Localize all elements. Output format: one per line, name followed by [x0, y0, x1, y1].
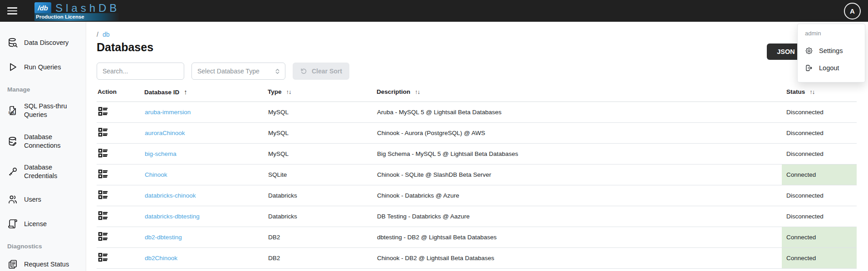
user-avatar[interactable]: A [844, 3, 861, 19]
sidebar-item-data-discovery[interactable]: Data Discovery [0, 37, 86, 48]
sort-icon: ↑↓ [415, 88, 420, 95]
svg-text:SQL: SQL [9, 111, 15, 115]
table-row: db2ChinookDB2Chinook - DB2 @ Lightsail B… [97, 248, 857, 269]
sidebar-item-database-credentials[interactable]: Database Credentials [0, 163, 86, 180]
search-input[interactable] [97, 63, 184, 80]
database-description-cell: Aruba - MySQL 5 @ Lightsail Beta Databas… [377, 102, 782, 123]
database-id-link[interactable]: big-schema [145, 150, 177, 157]
database-id-link[interactable]: auroraChinook [145, 130, 185, 136]
row-actions-button[interactable] [98, 252, 108, 263]
rotate-ccw-icon [300, 68, 308, 75]
sidebar-section-label: Diagnostics [0, 243, 86, 250]
database-id-link[interactable]: aruba-immersion [145, 109, 191, 116]
database-type-cell: Databricks [268, 206, 377, 227]
filter-bar: Select Database Type Clear Sort [97, 63, 349, 80]
table-row: auroraChinookMySQLChinook - Aurora (Post… [97, 123, 857, 144]
clear-sort-button[interactable]: Clear Sort [293, 63, 349, 80]
clear-sort-label: Clear Sort [312, 68, 342, 75]
brand-logo: /db SlashDB Production License [34, 0, 120, 22]
status-cell: Disconnected [782, 144, 857, 165]
sort-asc-icon: ↑ [184, 88, 187, 96]
database-description-cell: Chinook - DB2 @ Lightsail Beta Databases [377, 248, 782, 269]
breadcrumb-db-link[interactable]: db [103, 31, 110, 38]
breadcrumb-separator: / [97, 31, 98, 38]
column-label: Action [98, 88, 117, 95]
play-icon [7, 62, 18, 73]
table-row: big-schemaMySQLBig Schema - MySQL 5 @ Li… [97, 144, 857, 165]
row-actions-button[interactable] [98, 106, 108, 117]
sidebar-item-label: Database Connections [24, 133, 78, 150]
database-id-link[interactable]: db2Chinook [145, 255, 177, 261]
sidebar-item-database-connections[interactable]: Database Connections [0, 133, 86, 150]
column-header-status[interactable]: Status↑↓ [782, 84, 857, 102]
database-description-cell: Chinook - Databricks @ Azure [377, 185, 782, 206]
database-type-cell: MySQL [268, 102, 377, 123]
select-placeholder: Select Database Type [197, 68, 260, 75]
request-status-icon [7, 259, 18, 270]
database-id-link[interactable]: Chinook [145, 171, 167, 178]
database-type-cell: SQLite [268, 165, 377, 185]
sidebar-item-label: License [24, 220, 47, 228]
table-row: aruba-immersionMySQLAruba - MySQL 5 @ Li… [97, 102, 857, 123]
sql-file-icon: SQL [7, 105, 18, 116]
database-type-cell: MySQL [268, 123, 377, 144]
logout-icon [805, 64, 813, 72]
status-cell: Disconnected [782, 123, 857, 144]
database-type-cell: DB2 [268, 248, 377, 269]
column-header-description[interactable]: Description↑↓ [377, 84, 782, 102]
gear-icon [805, 47, 813, 55]
menu-toggle-button[interactable] [1, 0, 24, 22]
user-dropdown-menu: admin Settings Logout [797, 24, 865, 82]
status-cell: Disconnected [782, 206, 857, 227]
sidebar-item-label: Users [24, 195, 41, 204]
sidebar-item-label: SQL Pass-thru Queries [24, 102, 78, 119]
page-title: Databases [97, 41, 153, 54]
table-row: db2-dbtestingDB2dbtesting - DB2 @ Lights… [97, 227, 857, 248]
database-search-icon [7, 37, 18, 48]
key-icon [7, 166, 18, 177]
database-type-cell: DB2 [268, 227, 377, 248]
sidebar-item-license[interactable]: License [0, 218, 86, 229]
status-cell: Disconnected [782, 185, 857, 206]
main-content: /db Databases Select Database Type Clear… [86, 22, 868, 271]
database-type-select[interactable]: Select Database Type [191, 63, 285, 80]
row-actions-button[interactable] [98, 210, 108, 221]
sidebar-item-request-status[interactable]: Request Status [0, 259, 86, 270]
sidebar-nav: Data DiscoveryRun QueriesManageSQLSQL Pa… [0, 22, 86, 271]
sidebar-item-sql-pass-thru-queries[interactable]: SQLSQL Pass-thru Queries [0, 102, 86, 119]
row-actions-button[interactable] [98, 127, 108, 138]
database-id-link[interactable]: databricks-dbtesting [145, 213, 200, 220]
sidebar-item-run-queries[interactable]: Run Queries [0, 62, 86, 73]
sort-icon: ↑↓ [286, 88, 291, 95]
row-actions-button[interactable] [98, 148, 108, 159]
brand-name: SlashDB [55, 3, 120, 14]
menu-item-label: Settings [819, 47, 843, 54]
menu-item-label: Logout [819, 64, 839, 72]
table-row: databricks-dbtestingDatabricksDB Testing… [97, 206, 857, 227]
table-row: ChinookSQLiteChinook - SQLite @ SlashDB … [97, 165, 857, 185]
sidebar-item-label: Run Queries [24, 63, 61, 72]
database-type-cell: MySQL [268, 144, 377, 165]
column-header-action[interactable]: Action [97, 84, 144, 102]
column-header-database-id[interactable]: Database ID↑ [144, 84, 268, 102]
databases-table: Action Database ID↑ Type↑↓ Description↑↓… [97, 84, 857, 269]
row-actions-button[interactable] [98, 231, 108, 242]
column-header-type[interactable]: Type↑↓ [268, 84, 377, 102]
row-actions-button[interactable] [98, 189, 108, 200]
row-actions-button[interactable] [98, 169, 108, 179]
database-id-link[interactable]: db2-dbtesting [145, 234, 182, 241]
database-edit-icon [7, 136, 18, 147]
column-label: Type [268, 88, 282, 95]
username-label: admin [798, 30, 865, 42]
status-cell: Connected [782, 248, 857, 269]
sort-icon: ↑↓ [809, 88, 814, 95]
license-badge: Production License [34, 13, 119, 21]
menu-item-logout[interactable]: Logout [798, 59, 865, 77]
menu-item-settings[interactable]: Settings [798, 42, 865, 59]
database-id-link[interactable]: databricks-chinook [145, 192, 196, 199]
sidebar-section-label: Manage [0, 86, 86, 93]
database-type-cell: Databricks [268, 185, 377, 206]
sidebar-item-label: Data Discovery [24, 39, 69, 47]
table-row: databricks-chinookDatabricksChinook - Da… [97, 185, 857, 206]
sidebar-item-users[interactable]: Users [0, 194, 86, 205]
